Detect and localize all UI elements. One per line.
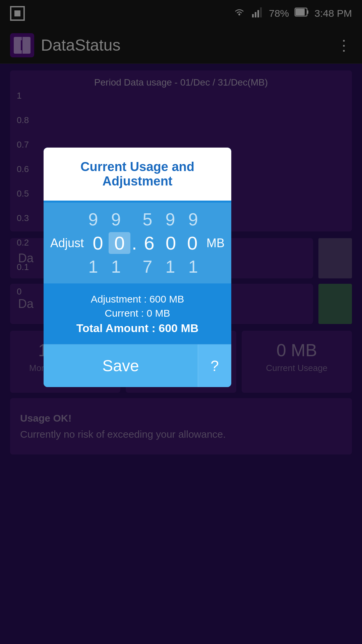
help-button[interactable]: ? — [198, 344, 231, 387]
total-value: 600 MB — [159, 322, 198, 334]
current-label: Current : — [105, 308, 146, 319]
picker-below-4[interactable]: 1 — [182, 257, 204, 277]
picker[interactable]: 9 9 5 9 9 Adjust 0 0 . 6 0 0 MB 1 1 7 1 — [44, 203, 231, 283]
picker-below-2[interactable]: 7 — [136, 257, 159, 277]
picker-above-1[interactable]: 9 — [105, 209, 127, 229]
total-line: Total Amount : 600 MB — [54, 322, 221, 335]
adjustment-label: Adjustment : — [91, 293, 149, 305]
picker-label: Adjust — [50, 236, 87, 250]
picker-below-3[interactable]: 1 — [159, 257, 182, 277]
picker-digit-0[interactable]: 0 — [87, 232, 109, 254]
picker-main-row: Adjust 0 0 . 6 0 0 MB — [50, 232, 225, 254]
picker-above-4[interactable]: 9 — [182, 209, 204, 229]
total-label: Total Amount : — [76, 322, 159, 334]
current-line: Current : 0 MB — [54, 308, 221, 319]
dialog-header: Current Usage and Adjustment — [44, 148, 231, 201]
picker-above-row: 9 9 5 9 9 — [50, 209, 225, 229]
current-value: 0 MB — [147, 308, 170, 319]
picker-dot: . — [130, 232, 138, 254]
dialog-current-usage: Current Usage and Adjustment 9 9 5 9 9 A… — [44, 148, 231, 387]
picker-digit-1[interactable]: 0 — [109, 232, 130, 254]
picker-digit-2[interactable]: 6 — [138, 232, 160, 254]
picker-digit-3[interactable]: 0 — [160, 232, 181, 254]
picker-above-0[interactable]: 9 — [82, 209, 105, 229]
picker-below-row: 1 1 7 1 1 — [50, 257, 225, 277]
picker-unit: MB — [206, 236, 225, 250]
picker-below-1[interactable]: 1 — [105, 257, 127, 277]
dialog-info: Adjustment : 600 MB Current : 0 MB Total… — [44, 285, 231, 344]
dialog-title: Current Usage and Adjustment — [80, 160, 194, 188]
save-button[interactable]: Save — [44, 344, 198, 387]
picker-above-2[interactable]: 5 — [136, 209, 159, 229]
adjustment-line: Adjustment : 600 MB — [54, 293, 221, 305]
picker-digit-4[interactable]: 0 — [182, 232, 203, 254]
picker-below-0[interactable]: 1 — [82, 257, 105, 277]
adjustment-value: 600 MB — [149, 293, 184, 305]
dialog-buttons: Save ? — [44, 344, 231, 387]
picker-above-3[interactable]: 9 — [159, 209, 182, 229]
